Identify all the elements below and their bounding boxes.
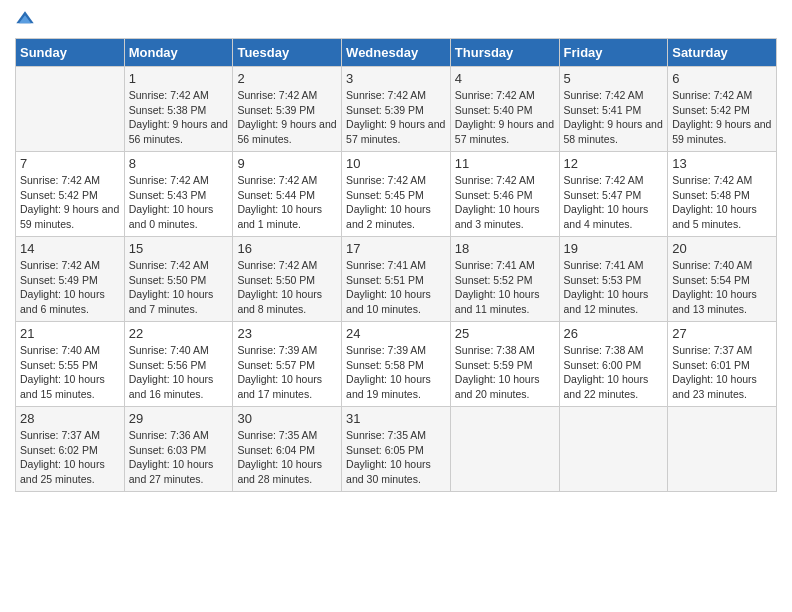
day-number: 18 [455, 241, 555, 256]
calendar-cell: 13Sunrise: 7:42 AMSunset: 5:48 PMDayligh… [668, 152, 777, 237]
calendar-cell: 27Sunrise: 7:37 AMSunset: 6:01 PMDayligh… [668, 322, 777, 407]
day-number: 1 [129, 71, 229, 86]
cell-content: Sunrise: 7:39 AMSunset: 5:57 PMDaylight:… [237, 343, 337, 402]
cell-content: Sunrise: 7:37 AMSunset: 6:02 PMDaylight:… [20, 428, 120, 487]
day-header-thursday: Thursday [450, 39, 559, 67]
day-number: 13 [672, 156, 772, 171]
page-header [15, 10, 777, 30]
cell-content: Sunrise: 7:42 AMSunset: 5:42 PMDaylight:… [672, 88, 772, 147]
cell-content: Sunrise: 7:42 AMSunset: 5:49 PMDaylight:… [20, 258, 120, 317]
day-header-sunday: Sunday [16, 39, 125, 67]
day-number: 29 [129, 411, 229, 426]
calendar-cell: 17Sunrise: 7:41 AMSunset: 5:51 PMDayligh… [342, 237, 451, 322]
calendar-cell: 19Sunrise: 7:41 AMSunset: 5:53 PMDayligh… [559, 237, 668, 322]
cell-content: Sunrise: 7:40 AMSunset: 5:56 PMDaylight:… [129, 343, 229, 402]
day-number: 6 [672, 71, 772, 86]
day-number: 2 [237, 71, 337, 86]
cell-content: Sunrise: 7:41 AMSunset: 5:51 PMDaylight:… [346, 258, 446, 317]
day-number: 27 [672, 326, 772, 341]
calendar-cell: 22Sunrise: 7:40 AMSunset: 5:56 PMDayligh… [124, 322, 233, 407]
cell-content: Sunrise: 7:40 AMSunset: 5:55 PMDaylight:… [20, 343, 120, 402]
calendar-cell: 10Sunrise: 7:42 AMSunset: 5:45 PMDayligh… [342, 152, 451, 237]
calendar-cell: 26Sunrise: 7:38 AMSunset: 6:00 PMDayligh… [559, 322, 668, 407]
cell-content: Sunrise: 7:35 AMSunset: 6:04 PMDaylight:… [237, 428, 337, 487]
calendar-cell: 30Sunrise: 7:35 AMSunset: 6:04 PMDayligh… [233, 407, 342, 492]
calendar-cell: 3Sunrise: 7:42 AMSunset: 5:39 PMDaylight… [342, 67, 451, 152]
calendar-cell: 12Sunrise: 7:42 AMSunset: 5:47 PMDayligh… [559, 152, 668, 237]
cell-content: Sunrise: 7:37 AMSunset: 6:01 PMDaylight:… [672, 343, 772, 402]
day-number: 8 [129, 156, 229, 171]
day-number: 24 [346, 326, 446, 341]
cell-content: Sunrise: 7:42 AMSunset: 5:39 PMDaylight:… [237, 88, 337, 147]
day-number: 17 [346, 241, 446, 256]
cell-content: Sunrise: 7:39 AMSunset: 5:58 PMDaylight:… [346, 343, 446, 402]
cell-content: Sunrise: 7:42 AMSunset: 5:47 PMDaylight:… [564, 173, 664, 232]
calendar-cell: 31Sunrise: 7:35 AMSunset: 6:05 PMDayligh… [342, 407, 451, 492]
calendar-cell: 18Sunrise: 7:41 AMSunset: 5:52 PMDayligh… [450, 237, 559, 322]
day-number: 4 [455, 71, 555, 86]
day-number: 28 [20, 411, 120, 426]
calendar-cell: 7Sunrise: 7:42 AMSunset: 5:42 PMDaylight… [16, 152, 125, 237]
day-header-saturday: Saturday [668, 39, 777, 67]
cell-content: Sunrise: 7:42 AMSunset: 5:46 PMDaylight:… [455, 173, 555, 232]
day-header-wednesday: Wednesday [342, 39, 451, 67]
calendar-cell [16, 67, 125, 152]
cell-content: Sunrise: 7:41 AMSunset: 5:53 PMDaylight:… [564, 258, 664, 317]
day-number: 9 [237, 156, 337, 171]
day-number: 22 [129, 326, 229, 341]
calendar-cell [559, 407, 668, 492]
calendar-cell: 2Sunrise: 7:42 AMSunset: 5:39 PMDaylight… [233, 67, 342, 152]
cell-content: Sunrise: 7:38 AMSunset: 5:59 PMDaylight:… [455, 343, 555, 402]
calendar-cell: 25Sunrise: 7:38 AMSunset: 5:59 PMDayligh… [450, 322, 559, 407]
day-number: 14 [20, 241, 120, 256]
calendar-cell: 1Sunrise: 7:42 AMSunset: 5:38 PMDaylight… [124, 67, 233, 152]
calendar-cell [668, 407, 777, 492]
day-number: 23 [237, 326, 337, 341]
calendar-cell: 4Sunrise: 7:42 AMSunset: 5:40 PMDaylight… [450, 67, 559, 152]
day-header-monday: Monday [124, 39, 233, 67]
calendar-table: SundayMondayTuesdayWednesdayThursdayFrid… [15, 38, 777, 492]
calendar-cell: 21Sunrise: 7:40 AMSunset: 5:55 PMDayligh… [16, 322, 125, 407]
day-number: 16 [237, 241, 337, 256]
cell-content: Sunrise: 7:42 AMSunset: 5:50 PMDaylight:… [237, 258, 337, 317]
logo-icon [15, 10, 35, 30]
cell-content: Sunrise: 7:42 AMSunset: 5:40 PMDaylight:… [455, 88, 555, 147]
day-number: 25 [455, 326, 555, 341]
calendar-cell: 15Sunrise: 7:42 AMSunset: 5:50 PMDayligh… [124, 237, 233, 322]
calendar-cell: 23Sunrise: 7:39 AMSunset: 5:57 PMDayligh… [233, 322, 342, 407]
calendar-cell: 16Sunrise: 7:42 AMSunset: 5:50 PMDayligh… [233, 237, 342, 322]
day-number: 3 [346, 71, 446, 86]
cell-content: Sunrise: 7:42 AMSunset: 5:43 PMDaylight:… [129, 173, 229, 232]
day-number: 26 [564, 326, 664, 341]
day-number: 11 [455, 156, 555, 171]
calendar-cell: 24Sunrise: 7:39 AMSunset: 5:58 PMDayligh… [342, 322, 451, 407]
calendar-cell: 8Sunrise: 7:42 AMSunset: 5:43 PMDaylight… [124, 152, 233, 237]
day-number: 19 [564, 241, 664, 256]
calendar-cell: 28Sunrise: 7:37 AMSunset: 6:02 PMDayligh… [16, 407, 125, 492]
cell-content: Sunrise: 7:40 AMSunset: 5:54 PMDaylight:… [672, 258, 772, 317]
logo [15, 10, 39, 30]
day-header-friday: Friday [559, 39, 668, 67]
day-number: 10 [346, 156, 446, 171]
cell-content: Sunrise: 7:42 AMSunset: 5:42 PMDaylight:… [20, 173, 120, 232]
day-number: 7 [20, 156, 120, 171]
cell-content: Sunrise: 7:42 AMSunset: 5:45 PMDaylight:… [346, 173, 446, 232]
day-number: 20 [672, 241, 772, 256]
cell-content: Sunrise: 7:42 AMSunset: 5:48 PMDaylight:… [672, 173, 772, 232]
day-number: 15 [129, 241, 229, 256]
cell-content: Sunrise: 7:42 AMSunset: 5:44 PMDaylight:… [237, 173, 337, 232]
day-header-tuesday: Tuesday [233, 39, 342, 67]
day-number: 31 [346, 411, 446, 426]
calendar-cell: 29Sunrise: 7:36 AMSunset: 6:03 PMDayligh… [124, 407, 233, 492]
calendar-cell [450, 407, 559, 492]
cell-content: Sunrise: 7:42 AMSunset: 5:50 PMDaylight:… [129, 258, 229, 317]
cell-content: Sunrise: 7:42 AMSunset: 5:39 PMDaylight:… [346, 88, 446, 147]
calendar-cell: 14Sunrise: 7:42 AMSunset: 5:49 PMDayligh… [16, 237, 125, 322]
cell-content: Sunrise: 7:35 AMSunset: 6:05 PMDaylight:… [346, 428, 446, 487]
cell-content: Sunrise: 7:38 AMSunset: 6:00 PMDaylight:… [564, 343, 664, 402]
day-number: 21 [20, 326, 120, 341]
calendar-cell: 20Sunrise: 7:40 AMSunset: 5:54 PMDayligh… [668, 237, 777, 322]
day-number: 5 [564, 71, 664, 86]
calendar-cell: 11Sunrise: 7:42 AMSunset: 5:46 PMDayligh… [450, 152, 559, 237]
day-number: 30 [237, 411, 337, 426]
